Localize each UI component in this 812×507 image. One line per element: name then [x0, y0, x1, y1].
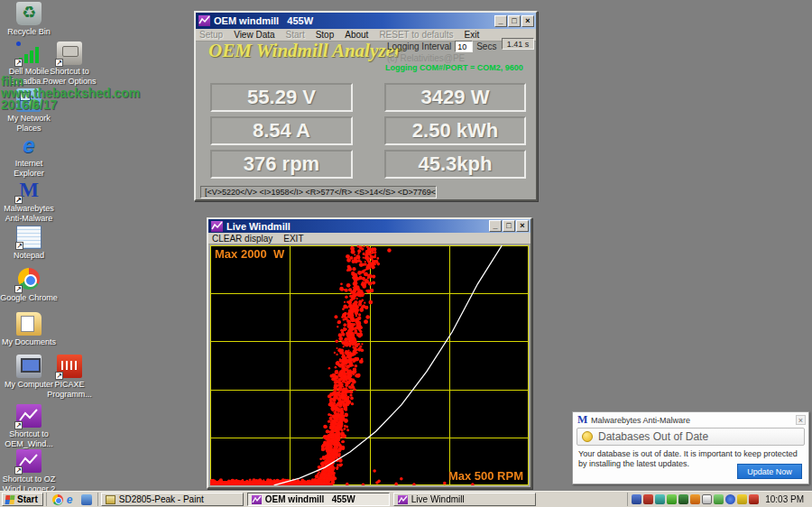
menu-reset-defaults[interactable]: RESET to defaults	[379, 30, 453, 40]
taskbar-button-live-windmill[interactable]: Live Windmill	[393, 493, 536, 506]
windmill-app-icon	[252, 495, 262, 504]
shortcut-arrow-icon: ↗	[14, 59, 23, 67]
windows-flag-icon	[5, 495, 14, 504]
desktop-icon-picaxe[interactable]: ↗ PICAXE Programm...	[41, 355, 98, 400]
update-now-button[interactable]: Update Now	[737, 464, 802, 479]
logging-unit-label: Secs	[476, 41, 496, 51]
logging-interval-input[interactable]	[455, 41, 473, 52]
wireless-tray-icon[interactable]	[737, 494, 747, 504]
current-readout: 8.54 A	[210, 116, 353, 145]
quick-launch-bar: e	[46, 493, 98, 506]
timer-readout: 1.41 s	[502, 38, 534, 50]
app-heading: OEM Windmill Analyzer	[208, 40, 401, 62]
security-tray-icon[interactable]	[749, 494, 759, 504]
desktop-icon-internet-explorer[interactable]: e Internet Explorer	[0, 134, 58, 179]
desktop-icon-oz-wind-logger[interactable]: ↗ Shortcut to OZ Wind Logger 2	[0, 449, 58, 494]
live-titlebar[interactable]: Live Windmill _ □ ×	[208, 219, 531, 233]
window-title: OEM windmill 455W	[214, 15, 494, 26]
minimize-button[interactable]: _	[494, 15, 507, 27]
modem-error-tray-icon[interactable]	[632, 494, 641, 504]
power-options-icon: ↗	[57, 41, 82, 65]
menu-exit[interactable]: EXIT	[283, 234, 303, 244]
desktop-icon-label: Google Chrome	[0, 293, 58, 303]
taskbar-button-oem-windmill[interactable]: OEM windmill 455W	[247, 493, 390, 506]
system-tray: 10:03 PM	[627, 493, 810, 506]
shortcut-arrow-icon: ↗	[14, 466, 23, 475]
google-chrome-icon: ↗	[16, 268, 42, 291]
windmill-app-icon	[398, 495, 408, 504]
shortcut-arrow-icon: ↗	[14, 196, 23, 204]
close-button[interactable]: ×	[521, 15, 534, 27]
malwarebytes-icon: M↗	[16, 179, 42, 202]
desktop-icon-label: My Documents	[0, 337, 58, 347]
power-readout: 3429 W	[384, 83, 526, 112]
taskbar: Start e SD2805-Peak - Paint OEM windmill…	[0, 491, 812, 507]
updates-tray-icon[interactable]	[655, 494, 665, 504]
notepad-icon: ↗	[16, 226, 42, 249]
ie-quicklaunch-icon[interactable]: e	[67, 494, 78, 505]
stylus-tray-icon[interactable]	[678, 494, 688, 504]
oem-titlebar[interactable]: OEM windmill 455W _ □ ×	[196, 13, 536, 29]
photo-watermark: film www.thebackshed.com 2016/6/17	[1, 76, 140, 111]
desktop-icon-label: My Network Places	[0, 114, 58, 134]
display-tray-icon[interactable]	[702, 494, 712, 504]
desktop-icon-my-documents[interactable]: My Documents	[0, 312, 58, 347]
energy-readout: 2.50 kWh	[384, 116, 526, 145]
shortcut-arrow-icon: ↗	[14, 421, 23, 429]
menu-clear-display[interactable]: CLEAR display	[212, 234, 272, 244]
shortcut-arrow-icon: ↗	[55, 59, 63, 67]
chart-max-rpm-label: Max 500 RPM	[448, 469, 523, 483]
maximize-button[interactable]: □	[503, 220, 515, 232]
desktop-icon-recycle-bin[interactable]: ♻ Recycle Bin	[0, 2, 58, 37]
live-menubar: CLEAR display EXIT	[208, 233, 531, 244]
shortcut-arrow-icon: ↗	[14, 285, 23, 293]
taskbar-button-paint[interactable]: SD2805-Peak - Paint	[101, 493, 244, 506]
logging-interval-label: Logging Interval	[387, 41, 451, 51]
popup-close-icon[interactable]: ×	[796, 415, 806, 425]
desktop-icon-google-chrome[interactable]: ↗ Google Chrome	[0, 267, 58, 303]
chart-max-power-label: Max 2000 W	[215, 247, 284, 261]
menu-view-data[interactable]: View Data	[234, 30, 274, 40]
shortcut-arrow-icon: ↗	[55, 372, 63, 380]
bluetooth-tray-icon[interactable]	[725, 494, 735, 504]
media-player-quicklaunch-icon[interactable]	[81, 494, 92, 505]
readout-grid: 55.29 V 3429 W 8.54 A 2.50 kWh 376 rpm 4…	[210, 83, 526, 179]
menu-start[interactable]: Start	[286, 30, 305, 40]
desktop-icon-label: Malwarebytes Anti-Malware	[0, 204, 58, 224]
menu-setup[interactable]: Setup	[199, 30, 223, 40]
oz-wind-logger-icon: ↗	[16, 449, 42, 473]
com-port-status: Logging COM#/PORT = COM2, 9600	[385, 63, 523, 72]
window-chart-icon	[198, 15, 210, 26]
popup-headline: Databases Out of Date	[598, 430, 708, 443]
close-button[interactable]: ×	[516, 220, 529, 232]
live-windmill-window: Live Windmill _ □ × CLEAR display EXIT M…	[207, 217, 532, 489]
malwarebytes-logo-icon: M	[577, 415, 587, 425]
chrome-quicklaunch-icon[interactable]	[52, 494, 63, 505]
maximize-button[interactable]: □	[508, 15, 521, 27]
warning-smiley-icon	[582, 431, 593, 442]
menu-exit[interactable]: Exit	[464, 30, 479, 40]
desktop-icon-oem-wind-shortcut[interactable]: ↗ Shortcut to OEM_Wind...	[0, 404, 58, 449]
internet-explorer-icon: e	[16, 134, 42, 157]
start-button[interactable]: Start	[2, 493, 43, 506]
network-error-tray-icon[interactable]	[643, 494, 653, 504]
dell-mobile-broadband-icon: ↗	[16, 41, 42, 65]
copyright-text: (c) Relativities@PE	[387, 53, 465, 63]
oem-wind-shortcut-icon: ↗	[16, 404, 42, 428]
desktop-icon-malwarebytes[interactable]: M↗ Malwarebytes Anti-Malware	[0, 179, 58, 224]
desktop-icon-notepad[interactable]: ↗ Notepad	[0, 226, 58, 261]
picaxe-icon: ↗	[57, 355, 82, 378]
menu-stop[interactable]: Stop	[316, 30, 335, 40]
menu-about[interactable]: About	[345, 30, 368, 40]
battery-tray-icon[interactable]	[714, 494, 724, 504]
desktop-icon-label: Notepad	[0, 251, 58, 261]
paint-icon	[106, 495, 115, 504]
malwarebytes-tray-icon[interactable]	[690, 494, 700, 504]
desktop-icon-label: Recycle Bin	[0, 27, 58, 37]
popup-headline-band: Databases Out of Date	[577, 428, 805, 446]
taskbar-clock: 10:03 PM	[761, 494, 807, 504]
minimize-button[interactable]: _	[489, 220, 502, 232]
recycle-bin-icon: ♻	[16, 2, 42, 25]
graphics-tray-icon[interactable]	[667, 494, 677, 504]
raw-serial-line: [<V>5220</V> <I>1958</I> <R>577</R> <S>1…	[200, 186, 437, 198]
